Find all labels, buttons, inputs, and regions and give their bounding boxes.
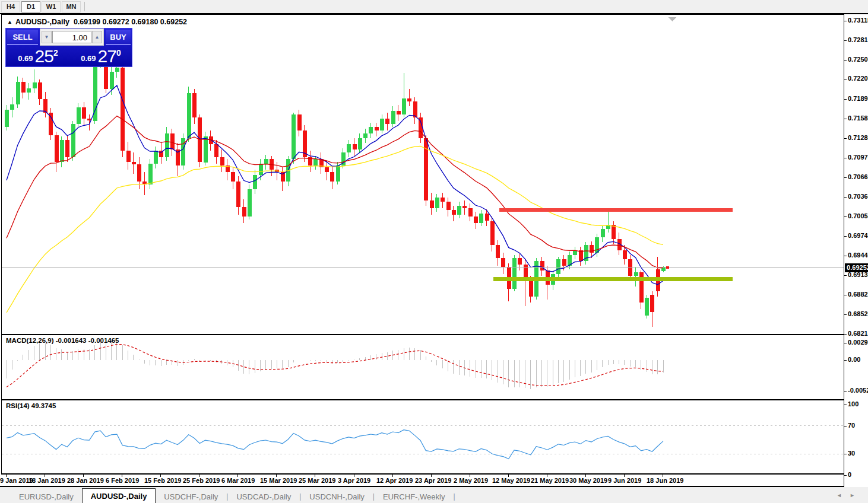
- timeframe-button-d1[interactable]: D1: [21, 1, 40, 12]
- rsi-chart[interactable]: [2, 400, 844, 473]
- date-axis-value: 30 May 2019: [569, 477, 607, 484]
- date-axis-value: 12 Apr 2019: [376, 477, 413, 484]
- macd-axis-value: -0.005256: [848, 387, 868, 394]
- tab-eurchf[interactable]: EURCHF-,Weekly: [375, 491, 454, 503]
- tab-audusd[interactable]: AUDUSD-,Daily: [82, 488, 156, 503]
- price-axis-tick: [844, 119, 847, 119]
- buy-price-display[interactable]: 0.69270: [71, 47, 131, 65]
- macd-axis-value: 0.002984: [848, 339, 868, 346]
- macd-axis-tick: [844, 360, 847, 361]
- toolbar-divider: [84, 2, 85, 11]
- price-axis-tick: [844, 295, 847, 295]
- buy-button[interactable]: BUY: [106, 30, 131, 45]
- sell-button[interactable]: SELL: [7, 30, 38, 45]
- price-axis-value: 0.69745: [848, 232, 868, 239]
- rsi-label: RSI(14) 49.3745: [6, 402, 56, 409]
- timeframe-button-mn[interactable]: MN: [62, 1, 81, 12]
- price-axis-tick: [844, 275, 847, 276]
- rsi-indicator-panel[interactable]: RSI(14) 49.3745: [1, 400, 844, 475]
- price-axis-value: 0.71890: [848, 95, 868, 102]
- price-axis-tick: [844, 40, 847, 41]
- price-axis-tick: [844, 217, 847, 217]
- buy-price-prefix: 0.69: [81, 54, 96, 63]
- tab-usdchf[interactable]: USDCHF-,Daily: [156, 491, 226, 503]
- price-axis-tick: [844, 314, 847, 315]
- price-axis-value: 0.73115: [848, 17, 868, 24]
- rsi-axis-value: 100: [848, 400, 859, 408]
- macd-indicator-panel[interactable]: MACD(12,26,9) -0.001643 -0.001465: [1, 335, 844, 400]
- date-axis-value: 25 Feb 2019: [183, 477, 220, 484]
- price-axis-tick: [844, 177, 847, 178]
- price-axis-value: 0.70360: [848, 193, 868, 200]
- trading-platform-window: H4D1W1MN ▲AUDUSD-,Daily 0.69199 0.69272 …: [0, 0, 868, 503]
- volume-decrease-button[interactable]: ▼: [42, 31, 52, 43]
- volume-input[interactable]: 1.00: [52, 31, 91, 43]
- rsi-axis-value: 70: [848, 422, 855, 429]
- tab-scroll-left-icon[interactable]: ◄: [837, 492, 842, 498]
- date-axis[interactable]: 9 Jan 201918 Jan 201928 Jan 20196 Feb 20…: [0, 475, 868, 487]
- chart-title: ▲AUDUSD-,Daily 0.69199 0.69272 0.69180 0…: [7, 18, 187, 26]
- sell-price-pip: 2: [53, 48, 58, 58]
- price-axis-tick: [844, 256, 847, 256]
- tab-separator: |: [453, 492, 455, 501]
- price-chart-panel[interactable]: ▲AUDUSD-,Daily 0.69199 0.69272 0.69180 0…: [1, 14, 844, 335]
- price-axis-value: 0.70665: [848, 173, 868, 180]
- price-axis-value: 0.72200: [848, 75, 868, 82]
- timeframe-button-h4[interactable]: H4: [1, 1, 20, 12]
- sell-price-display[interactable]: 0.69252: [7, 47, 69, 65]
- macd-axis-tick: [844, 391, 847, 391]
- tab-eurusd[interactable]: EURUSD-,Daily: [11, 491, 82, 503]
- date-axis-value: 6 Feb 2019: [106, 477, 139, 484]
- macd-axis-tick: [844, 343, 847, 343]
- date-axis-value: 18 Jun 2019: [647, 477, 683, 484]
- price-axis-value: 0.68825: [848, 291, 868, 298]
- rsi-axis-tick: [844, 405, 847, 405]
- price-axis-value: 0.69440: [848, 252, 868, 259]
- rsi-axis-tick: [844, 475, 847, 476]
- rsi-axis-value: 0: [848, 471, 851, 478]
- price-axis-value: 0.70970: [848, 154, 868, 161]
- date-axis-value: 15 Mar 2019: [260, 477, 297, 484]
- price-axis-tick: [844, 334, 847, 335]
- macd-axis-value: 0.00: [848, 356, 860, 363]
- tab-scroll-right-icon[interactable]: ►: [850, 492, 855, 498]
- date-axis-value: 2 May 2019: [454, 477, 488, 484]
- macd-label: MACD(12,26,9) -0.001643 -0.001465: [6, 337, 119, 344]
- date-axis-value: 6 Mar 2019: [221, 477, 255, 484]
- price-axis-tick: [844, 60, 847, 61]
- date-axis-value: 25 Mar 2019: [299, 477, 335, 484]
- collapse-triangle-icon[interactable]: ▲: [7, 19, 12, 25]
- price-axis[interactable]: 0.69252 0.731150.728100.725050.722000.71…: [844, 14, 868, 487]
- buy-price-big: 27: [98, 46, 116, 66]
- price-axis-tick: [844, 21, 847, 21]
- price-axis-tick: [844, 158, 847, 158]
- chart-tabs: EURUSD-,DailyAUDUSD-,DailyUSDCHF-,Daily|…: [11, 488, 455, 503]
- timeframe-buttons: H4D1W1MN: [1, 1, 82, 12]
- date-axis-value: 15 Feb 2019: [144, 477, 181, 484]
- date-axis-value: 23 Apr 2019: [415, 477, 451, 484]
- price-axis-tick: [844, 197, 847, 198]
- price-axis-value: 0.69130: [848, 271, 868, 278]
- sell-price-big: 25: [35, 46, 53, 66]
- date-axis-value: 9 Jun 2019: [608, 477, 641, 484]
- chart-tab-bar: EURUSD-,DailyAUDUSD-,DailyUSDCHF-,Daily|…: [0, 487, 868, 503]
- rsi-axis-tick: [844, 454, 847, 454]
- tab-usdcnh[interactable]: USDCNH-,Daily: [301, 491, 372, 503]
- price-axis-tick: [844, 79, 847, 79]
- chart-ohlc-values: 0.69199 0.69272 0.69180 0.69252: [74, 18, 187, 26]
- sell-price-prefix: 0.69: [18, 54, 33, 63]
- rsi-axis-tick: [844, 426, 847, 426]
- price-axis-value: 0.70050: [848, 212, 868, 219]
- date-axis-value: 18 Jan 2019: [28, 477, 65, 484]
- tab-usdcad[interactable]: USDCAD-,Daily: [228, 491, 299, 503]
- volume-group: ▼ 1.00 ▲: [40, 28, 104, 46]
- date-axis-value: 28 Jan 2019: [67, 477, 104, 484]
- buy-price-pip: 0: [116, 48, 121, 58]
- macd-chart[interactable]: [2, 335, 844, 399]
- date-axis-value: 21 May 2019: [531, 477, 569, 484]
- price-axis-tick: [844, 236, 847, 237]
- timeframe-button-w1[interactable]: W1: [42, 1, 61, 12]
- volume-increase-button[interactable]: ▲: [92, 31, 102, 43]
- date-axis-value: 3 Apr 2019: [338, 477, 370, 484]
- one-click-trade-panel: SELL ▼ 1.00 ▲ BUY 0.69252 0.69270: [5, 28, 132, 67]
